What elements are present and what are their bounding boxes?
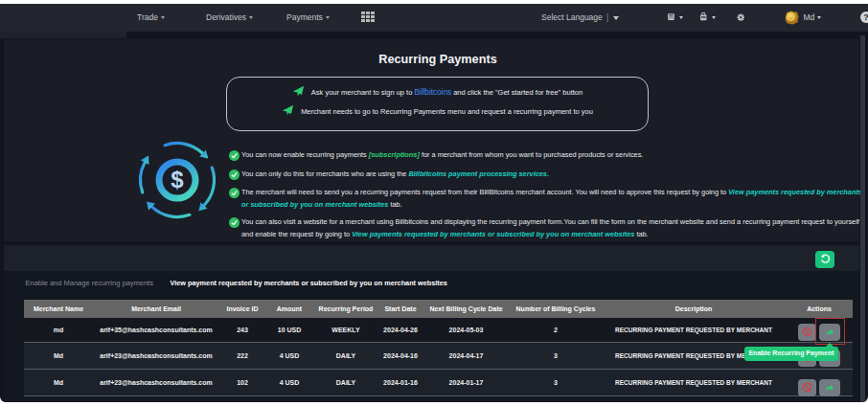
svg-text:$: $ — [171, 167, 185, 192]
